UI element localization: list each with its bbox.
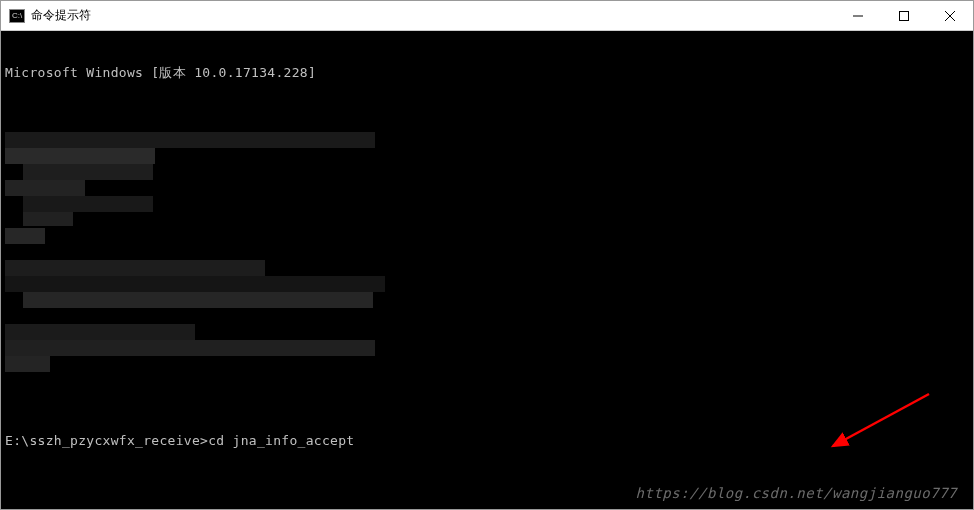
command-prompt-window: C:\ 命令提示符 Microsoft Windows [版本 10.0.171…: [0, 0, 974, 510]
window-title: 命令提示符: [31, 7, 835, 24]
titlebar: C:\ 命令提示符: [1, 1, 973, 31]
terminal-area[interactable]: Microsoft Windows [版本 10.0.17134.228] E:…: [1, 31, 973, 509]
redacted-output: [5, 129, 969, 385]
minimize-icon: [853, 11, 863, 21]
terminal-line: E:\sszh_pzycxwfx_receive>cd jna_info_acc…: [5, 433, 969, 449]
command-text: cd jna_info_accept: [208, 433, 354, 448]
version-line: Microsoft Windows [版本 10.0.17134.228]: [5, 65, 969, 81]
titlebar-controls: [835, 1, 973, 30]
maximize-icon: [899, 11, 909, 21]
close-icon: [945, 11, 955, 21]
close-button[interactable]: [927, 1, 973, 30]
minimize-button[interactable]: [835, 1, 881, 30]
cmd-icon: C:\: [9, 9, 25, 23]
svg-rect-1: [900, 11, 909, 20]
maximize-button[interactable]: [881, 1, 927, 30]
prompt: E:\sszh_pzycxwfx_receive>: [5, 433, 208, 448]
watermark: https://blog.csdn.net/wangjianguo777: [636, 485, 957, 501]
